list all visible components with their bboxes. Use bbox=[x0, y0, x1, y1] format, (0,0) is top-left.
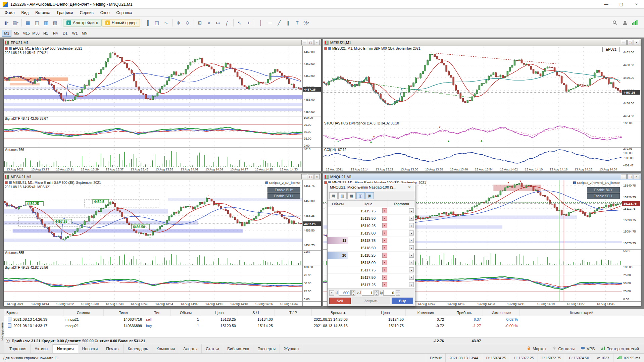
history-column-header[interactable]: Комментарий bbox=[520, 309, 644, 316]
market-button[interactable]: Маркет bbox=[524, 344, 549, 353]
dom-chart-icon[interactable]: ◫ bbox=[356, 192, 365, 199]
enable-buy-button[interactable]: Enable BUY bbox=[587, 187, 620, 193]
dom-trade-cell[interactable]: ▴ bbox=[388, 259, 415, 266]
dom-field-value[interactable]: 600 bbox=[339, 290, 351, 296]
dom-price-cell[interactable]: 15118.00▾ bbox=[348, 259, 388, 266]
chart-close-button[interactable]: × bbox=[634, 40, 639, 45]
chart-window-titlebar[interactable]: MESU21,M1—▢× bbox=[4, 173, 321, 180]
chart-area[interactable]: EPU21, M1: E-Mini S&P 500: September 202… bbox=[4, 46, 321, 171]
dom-buy-limit-button[interactable]: ▴ bbox=[409, 238, 414, 243]
chart-restore-button[interactable]: ▢ bbox=[308, 174, 313, 179]
dom-trade-cell[interactable]: ▴ bbox=[388, 207, 415, 214]
minimize-button[interactable]: — bbox=[599, 0, 614, 8]
profile-selector[interactable]: Default bbox=[426, 354, 445, 362]
vps-button[interactable]: VPS bbox=[578, 344, 598, 353]
history-column-header[interactable]: Символ bbox=[63, 309, 104, 316]
dom-price-cell[interactable]: 15119.75▾ bbox=[348, 207, 388, 214]
chart-window-titlebar[interactable]: MESU21,M1—▢× bbox=[323, 39, 641, 46]
spin-down-button[interactable]: ▾ bbox=[351, 293, 355, 296]
history-row[interactable]: 2021.08.13 14:33:17mnqu21140636899buy115… bbox=[4, 322, 644, 329]
dom-dropdown-button[interactable]: ▾ bbox=[329, 290, 334, 296]
history-column-header[interactable]: S / L bbox=[238, 309, 275, 316]
dom-row[interactable]: 15119.75▾▴ bbox=[328, 207, 415, 215]
menu-item[interactable]: Справка bbox=[113, 9, 136, 16]
chart-restore-button[interactable]: ▢ bbox=[627, 174, 633, 179]
chart-close-button[interactable]: × bbox=[634, 174, 639, 179]
spin-up-button[interactable]: ▴ bbox=[396, 290, 400, 293]
close-position-button[interactable]: Закрыть bbox=[352, 298, 390, 304]
dom-sell-limit-button[interactable]: ▾ bbox=[382, 208, 387, 213]
toolbox-side-tab[interactable]: Инструменты bbox=[0, 309, 4, 353]
history-column-header[interactable]: Цена bbox=[365, 309, 406, 316]
dom-price-cell[interactable]: 15119.50▾ bbox=[348, 215, 388, 222]
dom-buy-limit-button[interactable]: ▴ bbox=[409, 253, 414, 258]
chart-minimize-button[interactable]: — bbox=[301, 174, 307, 179]
algo-trading-button[interactable]: ▸Алготрейдинг bbox=[63, 19, 102, 27]
tile-windows-button[interactable]: ⊞ bbox=[196, 18, 204, 27]
dom-quotes-icon[interactable]: ▤ bbox=[329, 192, 338, 199]
enable-sell-button[interactable]: Enable SELL bbox=[587, 193, 620, 199]
timeframe-mn[interactable]: MN bbox=[80, 30, 89, 37]
tab-алерты[interactable]: Алерты bbox=[179, 344, 202, 353]
timeframe-m15[interactable]: M15 bbox=[21, 30, 31, 37]
spin-down-button[interactable]: ▾ bbox=[396, 293, 400, 296]
toolbox-button[interactable]: ▥ bbox=[42, 18, 50, 27]
tab-библиотека[interactable]: Библиотека bbox=[223, 344, 253, 353]
dom-row[interactable]: 1015118.25▾▴ bbox=[328, 252, 415, 259]
history-column-header[interactable]: Изменение bbox=[483, 309, 520, 316]
timeframe-m30[interactable]: M30 bbox=[31, 30, 41, 37]
dom-row[interactable]: 15117.25▾▴ bbox=[328, 281, 415, 289]
dom-sell-limit-button[interactable]: ▾ bbox=[382, 216, 387, 221]
menu-item[interactable]: Окно bbox=[97, 9, 113, 16]
tab-активы[interactable]: Активы bbox=[31, 344, 53, 353]
dom-trade-cell[interactable]: ▴ bbox=[388, 274, 415, 281]
tab-история[interactable]: История bbox=[53, 344, 78, 353]
candles-button[interactable]: ◫ bbox=[153, 18, 161, 27]
cursor-button[interactable]: ↖ bbox=[235, 18, 244, 27]
history-column-header[interactable]: Объем bbox=[171, 309, 201, 316]
dom-buy-limit-button[interactable]: ▴ bbox=[409, 282, 414, 287]
dom-trade-cell[interactable]: ▴ bbox=[388, 222, 415, 229]
dom-close-button[interactable]: × bbox=[406, 185, 412, 190]
account-icon[interactable] bbox=[621, 19, 629, 27]
spin-down-button[interactable]: ▾ bbox=[375, 293, 379, 296]
timeframe-m1[interactable]: M1 bbox=[2, 30, 11, 37]
dom-trade-cell[interactable]: ▴ bbox=[388, 215, 415, 222]
navigator-button[interactable]: ◫ bbox=[33, 18, 41, 27]
line-chart-button[interactable]: ∿ bbox=[162, 18, 170, 27]
vertical-line-button[interactable]: │ bbox=[257, 18, 265, 27]
dom-price-cell[interactable]: 15118.50▾ bbox=[348, 244, 388, 251]
tab-журнал[interactable]: Журнал bbox=[280, 344, 303, 353]
dom-field-value[interactable]: 1 bbox=[362, 290, 374, 296]
chart-minimize-button[interactable]: — bbox=[621, 174, 627, 179]
chart-close-button[interactable]: × bbox=[314, 174, 320, 179]
trendline-button[interactable]: ╱ bbox=[275, 18, 284, 27]
new-chart-button[interactable]: ▮▾ bbox=[2, 18, 11, 27]
chart-window-titlebar[interactable]: EPU21,M1—▢× bbox=[4, 39, 321, 46]
tab-статьи[interactable]: Статьи bbox=[202, 344, 223, 353]
tab-новости[interactable]: Новости bbox=[78, 344, 102, 353]
timeframe-w1[interactable]: W1 bbox=[70, 30, 80, 37]
restore-button[interactable]: ▢ bbox=[614, 0, 629, 8]
search-icon[interactable] bbox=[611, 19, 618, 27]
dom-trade-cell[interactable]: ▴ bbox=[388, 229, 415, 237]
dom-price-cell[interactable]: 15118.25▾ bbox=[348, 252, 388, 259]
market-watch-button[interactable]: ▦ bbox=[23, 18, 32, 27]
zoom-out-button[interactable]: ⊖ bbox=[183, 18, 192, 27]
chart-shift-button[interactable]: ↦ bbox=[214, 18, 222, 27]
dom-volume-icon[interactable]: ▣ bbox=[365, 192, 374, 199]
dom-buy-limit-button[interactable]: ▴ bbox=[409, 267, 414, 272]
signals-button[interactable]: Сигналы bbox=[549, 344, 578, 353]
dom-row[interactable]: 15119.00▾▴ bbox=[328, 229, 415, 237]
dom-trade-cell[interactable]: ▴ bbox=[388, 244, 415, 251]
history-column-header[interactable]: Тип bbox=[144, 309, 171, 316]
dom-sell-limit-button[interactable]: ▾ bbox=[382, 230, 387, 236]
dom-sell-limit-button[interactable]: ▾ bbox=[382, 223, 387, 228]
dom-sell-limit-button[interactable]: ▾ bbox=[382, 245, 387, 250]
menu-item[interactable]: Вставка bbox=[32, 9, 54, 16]
dom-sell-limit-button[interactable]: ▾ bbox=[382, 282, 387, 287]
timeframe-h4[interactable]: H4 bbox=[51, 30, 60, 37]
horizontal-line-button[interactable]: ─ bbox=[266, 18, 275, 27]
chart-restore-button[interactable]: ▢ bbox=[627, 40, 633, 45]
menu-item[interactable]: Файл bbox=[1, 9, 18, 16]
